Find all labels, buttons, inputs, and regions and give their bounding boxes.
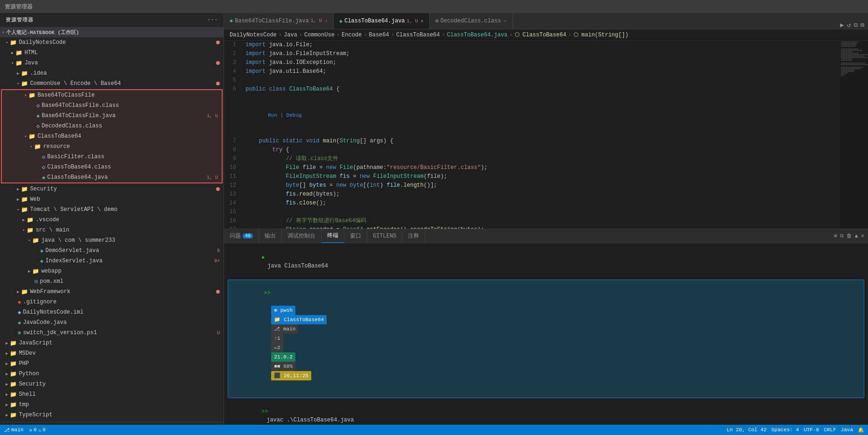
sidebar-item-Shell[interactable]: 📁 Shell (0, 389, 224, 400)
sidebar-item-WebFramework[interactable]: 📁 WebFramework (0, 287, 224, 297)
tab-close-button[interactable]: ✕ (504, 18, 506, 24)
sidebar-item-Tomcat[interactable]: 📁 Tomcat \ ServletAPI \ demo (0, 204, 224, 215)
tab-DecodedClass[interactable]: ◇ DecodedClass.class ✕ (430, 13, 513, 29)
status-language[interactable]: Java (841, 427, 853, 433)
sidebar-item-DecodedClass.class[interactable]: ◇ DecodedClass.class (2, 121, 222, 131)
sidebar-item-java-com-summer233[interactable]: 📁 java \ com \ summer233 (0, 235, 224, 246)
status-encoding[interactable]: UTF-8 (804, 427, 819, 433)
workspace-header[interactable]: 个人笔记-MATEBOOK (工作区) (0, 27, 224, 37)
tab-ClassToBase64[interactable]: ◈ ClassToBase64.java 1, U ✕ (334, 13, 430, 29)
run-icon[interactable]: ▶ (840, 21, 844, 29)
breadcrumb-item[interactable]: Java (284, 32, 297, 38)
sidebar-item-gitignore[interactable]: ◆ .gitignore (0, 297, 224, 307)
breadcrumb-item[interactable]: CommonUse (304, 32, 335, 38)
breadcrumb-item[interactable]: ClassToBase64 (396, 32, 440, 38)
breadcrumb-item[interactable]: ⬡ main(String[]) (574, 31, 629, 38)
panel-tab-issues[interactable]: 问题 48 (224, 229, 259, 243)
panel-tab-comments[interactable]: 注释 (402, 229, 425, 243)
split-icon[interactable]: ⊟ (854, 21, 857, 29)
breadcrumb-sep: › (299, 32, 302, 38)
sidebar-item-ClassToBase64[interactable]: 📁 ClassToBase64 (2, 131, 222, 141)
panel-tab-debug[interactable]: 调试控制台 (282, 229, 322, 243)
run-debug-hint[interactable]: Run | Debug (244, 112, 302, 119)
sidebar-item-Base64ToClassFile.java[interactable]: ◈ Base64ToClassFile.java 1, U (2, 111, 222, 121)
status-branch[interactable]: ⎇ main (4, 427, 23, 433)
code-line: 9 // 读取.class文件 (224, 154, 840, 163)
sidebar-item-Base64ToClassFile[interactable]: 📁 Base64ToClassFile (2, 90, 222, 100)
title-text: 资源管理器 (5, 3, 33, 11)
badge: 1, U (207, 175, 218, 180)
breadcrumb-item[interactable]: Base64 (369, 32, 389, 38)
sidebar-item-Java[interactable]: 📁 Java (0, 58, 224, 68)
sidebar-item-CommonUse[interactable]: 📁 CommonUse \ Encode \ Base64 (0, 78, 224, 89)
status-errors[interactable]: ✕ 0 ⚠ 0 (29, 427, 45, 433)
sidebar-item-DemoServlet[interactable]: ◈ DemoServlet.java 9 (0, 246, 224, 256)
breadcrumb-item[interactable]: Encode (342, 32, 362, 38)
breadcrumb-item[interactable]: ⬡ ClassToBase64 (515, 31, 567, 38)
sidebar-item-vscode[interactable]: 📁 .vscode (0, 215, 224, 225)
sidebar-item-BasicFilter.class[interactable]: ◇ BasicFilter.class (2, 152, 222, 162)
tab-Base64ToClassFile[interactable]: ◈ Base64ToClassFile.java 1, U ✕ (224, 13, 334, 29)
sidebar-item-src-main[interactable]: 📁 src \ main (0, 225, 224, 235)
panel-split[interactable]: ⊟ (840, 232, 843, 239)
folder-icon: 📁 (10, 412, 17, 419)
sidebar-item-TypeScript[interactable]: 📁 TypeScript (0, 410, 224, 420)
panel-add-terminal[interactable]: ⊕ (834, 232, 837, 239)
panel-close[interactable]: ✕ (861, 232, 864, 239)
panel-tab-output[interactable]: 输出 (259, 229, 282, 243)
sidebar-item-Python[interactable]: 📁 Python (0, 369, 224, 379)
sidebar-item-JavaScript[interactable]: 📁 JavaScript (0, 338, 224, 348)
terminal-path-badge: 📁 ClassToBase64 (271, 315, 326, 324)
line-ending-text: CRLF (824, 427, 836, 433)
breadcrumb-item[interactable]: DailyNotesCode (230, 32, 277, 38)
sidebar-item-tmp[interactable]: 📁 tmp (0, 400, 224, 410)
sidebar-item-JavaCode.java[interactable]: ◈ JavaCode.java (0, 317, 224, 328)
sidebar-item-HTML[interactable]: 📁 HTML (0, 48, 224, 58)
panel-tab-window[interactable]: 窗口 (344, 229, 367, 243)
status-spaces[interactable]: Spaces: 4 (771, 427, 799, 433)
sidebar-item-PHP[interactable]: 📁 PHP (0, 358, 224, 369)
history-icon[interactable]: ↺ (847, 21, 851, 29)
sidebar-item-switch-jdk[interactable]: ⊛ switch_jdk_version.ps1 U (0, 328, 224, 338)
code-editor[interactable]: 1 import java.io.File; 2 import java.io.… (224, 41, 840, 229)
item-label: ClassToBase64.class (47, 164, 111, 170)
status-notifications[interactable]: 🔔 (858, 427, 864, 433)
sidebar-item-pom.xml[interactable]: ⊞ pom.xml (0, 276, 224, 287)
item-label: IndexServlet.java (45, 258, 102, 264)
panel-tab-terminal[interactable]: 终端 (322, 229, 344, 243)
sidebar-item-DailyNotesCode.iml[interactable]: ◈ DailyNotesCode.iml (0, 307, 224, 317)
status-position[interactable]: Ln 20, Col 42 (727, 427, 767, 433)
sidebar-item-DailyNotesCode[interactable]: 📁 DailyNotesCode (0, 37, 224, 48)
breadcrumb-sep: › (568, 32, 571, 38)
tab-close-button[interactable]: ✕ (421, 18, 424, 24)
folder-icon: 📁 (28, 92, 35, 99)
sidebar-item-Base64ToClassFile.class[interactable]: ◇ Base64ToClassFile.class (2, 100, 222, 111)
item-label: Base64ToClassFile.class (42, 102, 119, 109)
sidebar-item-ClassToBase64.class[interactable]: ◇ ClassToBase64.class (2, 162, 222, 172)
run-debug-line: Run | Debug (224, 94, 840, 137)
sidebar-item-IndexServlet[interactable]: ◈ IndexServlet.java 9+ (0, 256, 224, 266)
folder-icon: 📁 (10, 350, 17, 357)
sidebar-outline[interactable]: 大纲 (0, 422, 224, 425)
panel-trash[interactable]: 🗑 (847, 232, 852, 239)
sidebar-item-Web[interactable]: 📁 Web (0, 194, 224, 204)
folder-icon: 📁 (21, 288, 28, 295)
sidebar-item-Security[interactable]: 📁 Security (0, 379, 224, 389)
panel-tab-gitlens[interactable]: GITLENS (367, 229, 402, 243)
sidebar-item-MSDev[interactable]: 📁 MSDev (0, 348, 224, 358)
panel-maximize[interactable]: ▲ (855, 233, 858, 239)
status-line-ending[interactable]: CRLF (824, 427, 836, 433)
more-icon[interactable]: ⊞ (861, 21, 864, 29)
tab-close-button[interactable]: ✕ (325, 18, 328, 24)
sidebar-ellipsis[interactable]: ··· (207, 17, 218, 22)
sidebar-item-idea[interactable]: 📁 .idea (0, 68, 224, 78)
folder-chevron (6, 350, 10, 357)
sidebar-item-webapp[interactable]: 📁 webapp (0, 266, 224, 276)
sidebar-item-ClassToBase64.java[interactable]: ◈ ClassToBase64.java 1, U (2, 172, 222, 182)
sidebar-item-Security-java[interactable]: 📁 Security (0, 184, 224, 194)
code-line: 2 import java.io.FileInputStream; (224, 49, 840, 58)
java-icon: ◈ (18, 319, 21, 326)
breadcrumb-item[interactable]: ClassToBase64.java (447, 32, 508, 38)
terminal-content[interactable]: ● java ClassToBase64 >> ⊛ pwsh 📁 ClassTo… (224, 243, 868, 425)
sidebar-item-resource[interactable]: 📁 resource (2, 141, 222, 152)
